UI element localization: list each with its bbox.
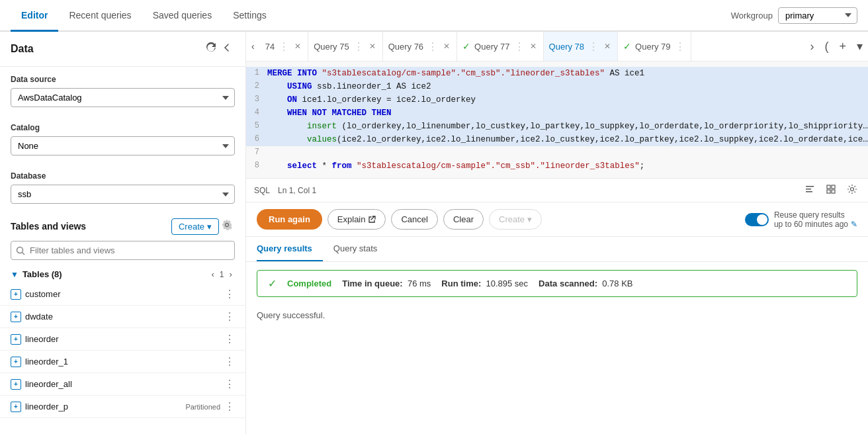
tab-menu-button[interactable]: ▾ [851, 32, 868, 61]
tab-scroll-right-button[interactable]: › [804, 32, 819, 61]
tab-74[interactable]: 74 ⋮ ✕ [260, 32, 308, 61]
line-number: 7 [246, 146, 267, 159]
search-icon [16, 246, 25, 255]
format-icon [804, 184, 815, 195]
tab-query75[interactable]: Query 75 ⋮ ✕ [308, 32, 382, 61]
more-options-icon[interactable]: ⋮ [224, 355, 235, 368]
tab-query75-close-button[interactable]: ✕ [368, 41, 377, 52]
external-link-icon [368, 216, 376, 224]
line-content: select * from "s3tablescatalog/cm-sample… [267, 159, 868, 173]
line-content: USING ssb.lineorder_1 AS ice2 [267, 80, 868, 93]
svg-line-1 [22, 252, 25, 255]
database-section: Database ssb [0, 163, 245, 212]
tab-new-button[interactable]: + [834, 32, 851, 61]
workgroup-select[interactable]: primary [778, 7, 857, 24]
line-number: 3 [246, 93, 267, 107]
table-item[interactable]: + lineorder ⋮ [0, 328, 245, 351]
data-scanned: Data scanned: 0.78 KB [539, 279, 632, 288]
prev-page-button[interactable]: ‹ [208, 268, 216, 281]
edit-icon[interactable]: ✎ [851, 220, 857, 229]
run-time-label: Run time: [441, 279, 481, 288]
table-item[interactable]: + dwdate ⋮ [0, 306, 245, 328]
top-nav: Editor Recent queries Saved queries Sett… [0, 0, 868, 32]
create-label: Create [499, 214, 525, 224]
reuse-toggle[interactable] [745, 213, 769, 226]
more-options-icon[interactable]: ⋮ [224, 288, 235, 300]
settings-icon [847, 184, 857, 195]
code-area[interactable]: 1 MERGE INTO "s3tablescatalog/cm-sample"… [246, 62, 868, 178]
tab-divider: ⋮ [353, 40, 364, 53]
more-options-icon[interactable]: ⋮ [224, 378, 235, 390]
tables-settings-button[interactable] [219, 217, 235, 236]
table-item[interactable]: + customer ⋮ [0, 283, 245, 306]
status-completed-text: Completed [287, 279, 331, 288]
tab-query78-close-button[interactable]: ✕ [603, 41, 612, 52]
create-dropdown-button[interactable]: Create ▾ [489, 209, 542, 230]
create-chevron-icon: ▾ [207, 222, 212, 232]
format-button[interactable] [802, 181, 818, 199]
code-editor[interactable]: 1 MERGE INTO "s3tablescatalog/cm-sample"… [246, 62, 868, 179]
tab-query76[interactable]: Query 76 ⋮ ✕ [383, 32, 457, 61]
table-item[interactable]: + lineorder_p Partitioned ⋮ [0, 396, 245, 418]
database-select[interactable]: ssb [11, 185, 235, 204]
line-number: 4 [246, 107, 267, 120]
tab-divider: ⋮ [427, 40, 438, 53]
explain-button[interactable]: Explain [327, 209, 386, 230]
results-area: Query results Query stats ✓ Completed Ti… [246, 237, 868, 434]
settings-button[interactable] [844, 181, 860, 199]
tab-query-results[interactable]: Query results [257, 237, 323, 261]
workgroup-area: Workgroup primary [731, 7, 857, 24]
tab-recent-queries[interactable]: Recent queries [58, 0, 142, 32]
tab-query77[interactable]: ✓ Query 77 ⋮ ✕ [457, 32, 543, 61]
run-time: Run time: 10.895 sec [441, 279, 528, 288]
tab-query76-close-button[interactable]: ✕ [442, 41, 451, 52]
tab-editor[interactable]: Editor [11, 0, 58, 32]
tab-query-stats[interactable]: Query stats [333, 237, 388, 261]
tab-query79[interactable]: ✓ Query 79 ⋮ [618, 32, 691, 61]
run-again-button[interactable]: Run again [257, 209, 322, 230]
cursor-position: Ln 1, Col 1 [278, 186, 316, 195]
more-options-icon[interactable]: ⋮ [224, 310, 235, 323]
table-list-header: ▼ Tables (8) ‹ 1 › [0, 265, 245, 283]
data-source-select[interactable]: AwsDataCatalog [11, 88, 235, 107]
tab-add-button[interactable]: ( [819, 32, 834, 61]
clear-button[interactable]: Clear [443, 209, 484, 230]
table-item[interactable]: + lineorder_1 ⋮ [0, 351, 245, 373]
table-icon: + [11, 289, 21, 300]
tables-collapse-icon[interactable]: ▼ [11, 270, 19, 279]
data-scanned-label: Data scanned: [539, 279, 597, 288]
refresh-button[interactable] [203, 40, 219, 58]
tab-74-close-button[interactable]: ✕ [293, 41, 302, 52]
code-line-2: 2 USING ssb.lineorder_1 AS ice2 [246, 80, 868, 93]
collapse-panel-button[interactable] [219, 40, 235, 58]
tab-saved-queries[interactable]: Saved queries [142, 0, 223, 32]
grid-icon [826, 184, 836, 195]
catalog-select[interactable]: None [11, 136, 235, 155]
more-options-icon[interactable]: ⋮ [224, 333, 235, 345]
tab-query77-close-button[interactable]: ✕ [529, 41, 538, 52]
table-badge: Partitioned [185, 403, 220, 411]
next-page-button[interactable]: › [227, 268, 235, 281]
line-number: 1 [246, 67, 267, 80]
tab-divider: ⋮ [675, 40, 685, 53]
table-item[interactable]: + lineorder_all ⋮ [0, 373, 245, 396]
more-options-icon[interactable]: ⋮ [224, 400, 235, 413]
data-source-label: Data source [11, 75, 235, 84]
tab-query78[interactable]: Query 78 ⋮ ✕ [544, 32, 618, 61]
create-label: Create [179, 222, 204, 232]
svg-rect-4 [806, 191, 812, 193]
reuse-label: Reuse query results [774, 210, 857, 220]
tab-divider: ⋮ [514, 40, 525, 53]
code-line-7: 7 [246, 146, 868, 159]
left-panel-header: Data [0, 32, 245, 67]
table-list: + customer ⋮ + dwdate ⋮ + lineorder ⋮ + … [0, 283, 245, 434]
editor-footer: SQL Ln 1, Col 1 [246, 179, 868, 202]
search-input[interactable] [11, 241, 235, 260]
tab-scroll-left-button[interactable]: ‹ [246, 32, 260, 61]
reuse-text: Reuse query results up to 60 minutes ago… [774, 210, 857, 229]
tab-settings[interactable]: Settings [222, 0, 277, 32]
line-number: 6 [246, 133, 267, 146]
cancel-button[interactable]: Cancel [391, 209, 437, 230]
grid-view-button[interactable] [823, 181, 839, 199]
create-button[interactable]: Create ▾ [171, 218, 219, 235]
